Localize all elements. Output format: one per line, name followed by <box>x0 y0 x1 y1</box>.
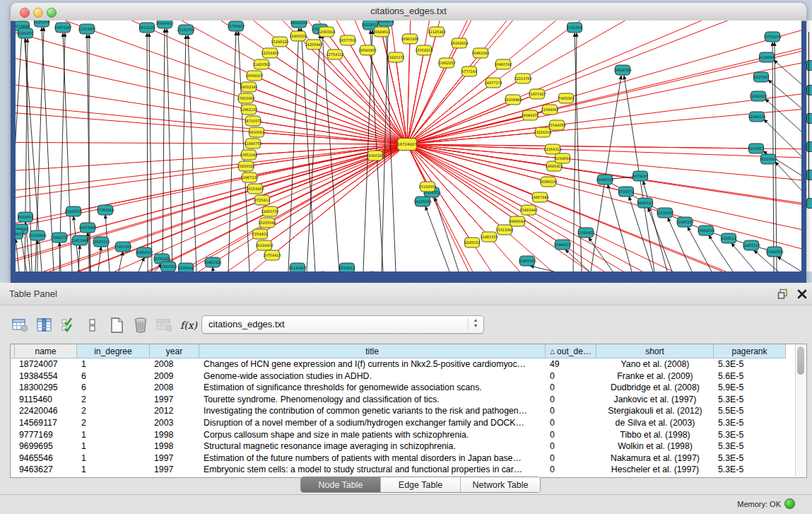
deselect-rows-icon[interactable] <box>82 315 103 335</box>
graph-node[interactable]: 12750417 <box>227 21 245 31</box>
graph-node[interactable]: 13942737 <box>50 233 68 243</box>
graph-node[interactable]: 14002341 <box>240 82 257 92</box>
graph-node[interactable]: 21660522 <box>159 262 177 271</box>
graph-node[interactable]: 14957944 <box>531 192 548 202</box>
graph-node[interactable]: 8130274 <box>378 21 394 26</box>
cell-name[interactable]: 9777169 <box>15 429 77 441</box>
column-header-in_degree[interactable]: in_degree <box>77 344 150 358</box>
cell-title[interactable]: Disruption of a novel member of a sodium… <box>199 417 546 429</box>
column-header-short[interactable]: short <box>596 344 714 358</box>
cell-name[interactable]: 9465546 <box>15 452 77 465</box>
cell-out_degree[interactable]: 49 <box>546 358 596 370</box>
graph-node[interactable]: 18724007 <box>397 139 417 151</box>
column-header-pagerank[interactable]: pagerank <box>714 344 786 358</box>
graph-node[interactable]: 10460325 <box>204 257 221 267</box>
graph-node[interactable]: 9245033 <box>464 238 480 247</box>
graph-node[interactable]: 16648784 <box>613 65 631 75</box>
cell-pagerank[interactable]: 5.6E-5 <box>714 370 786 382</box>
graph-node[interactable]: 12213769 <box>514 74 531 83</box>
table-row[interactable]: 969969511998Structural magnetic resonanc… <box>11 440 795 452</box>
graph-node[interactable]: 12164312 <box>543 144 561 154</box>
graph-node[interactable]: 18540903 <box>358 45 376 55</box>
cell-year[interactable]: 2008 <box>150 382 199 394</box>
cell-pagerank[interactable]: 5.3E-5 <box>714 440 786 452</box>
graph-node[interactable]: 20206536 <box>64 206 82 216</box>
cell-name[interactable]: 18724007 <box>15 358 77 370</box>
graph-node[interactable]: 16961936 <box>401 34 418 44</box>
cell-pagerank[interactable]: 5.3E-5 <box>714 358 786 370</box>
cell-short[interactable]: Stergiakouli et al. (2012) <box>596 405 714 417</box>
cell-name[interactable]: 9699695 <box>15 440 77 452</box>
graph-node[interactable]: 7254402 <box>252 229 268 239</box>
cell-name[interactable]: 18300295 <box>15 382 77 394</box>
graph-node[interactable]: 9245012 <box>721 233 736 243</box>
tab-node-table[interactable]: Node Table <box>301 477 381 492</box>
cell-short[interactable]: de Silva et al. (2003) <box>596 417 714 429</box>
cell-name[interactable]: 19384554 <box>15 370 77 382</box>
graph-node[interactable]: 8650051 <box>18 212 33 222</box>
cell-out_degree[interactable]: 0 <box>546 370 596 382</box>
graph-node[interactable]: 22060814 <box>317 27 335 37</box>
column-header-out_degree[interactable]: △out_de… <box>546 344 596 358</box>
graph-node[interactable]: 10653287 <box>54 23 71 33</box>
cell-year[interactable]: 2008 <box>150 358 199 370</box>
graph-node[interactable]: 11156809 <box>28 230 46 240</box>
cell-pagerank[interactable]: 5.3E-5 <box>714 452 786 465</box>
graph-node[interactable]: 12093822 <box>749 91 767 101</box>
graph-node[interactable]: 12154408 <box>261 48 278 58</box>
graph-node[interactable]: 9154694 <box>555 153 570 163</box>
graph-node[interactable]: 12406231 <box>289 31 307 41</box>
cell-year[interactable]: 1997 <box>150 452 199 465</box>
cell-out_degree[interactable]: 0 <box>546 417 596 429</box>
graph-node[interactable]: 11451944 <box>71 235 88 245</box>
graph-node[interactable]: 16154433 <box>246 184 264 194</box>
graph-node[interactable]: 15830022 <box>237 161 254 171</box>
cell-out_degree[interactable]: 0 <box>546 452 596 465</box>
graph-node[interactable]: 11420562 <box>252 59 270 69</box>
graph-node[interactable]: 18300295 <box>366 151 384 160</box>
graph-node[interactable]: 9554013 <box>339 263 355 271</box>
graph-node[interactable]: 14977174 <box>484 78 502 88</box>
graph-node[interactable]: 9846321 <box>637 198 653 208</box>
column-header-title[interactable]: title <box>199 344 546 358</box>
graph-node[interactable]: 9129966 <box>759 52 775 62</box>
graph-node[interactable]: 10444532 <box>596 175 613 185</box>
graph-node[interactable]: 15134553 <box>418 182 436 192</box>
graph-node[interactable]: 9725412 <box>254 195 270 205</box>
graph-node[interactable]: 10460742 <box>494 59 512 69</box>
graph-node[interactable]: 10944117 <box>553 240 571 250</box>
graph-node[interactable]: 14710572 <box>244 116 261 126</box>
graph-node[interactable]: 8125294 <box>34 21 49 27</box>
cell-pagerank[interactable]: 5.9E-5 <box>714 382 786 394</box>
graph-node[interactable]: 10132450 <box>656 208 673 218</box>
graph-node[interactable]: 15248120 <box>271 37 288 47</box>
cell-title[interactable]: Investigating the contribution of common… <box>199 405 546 417</box>
cell-in_degree[interactable]: 1 <box>77 429 150 441</box>
graph-node[interactable]: 8215953 <box>748 144 764 153</box>
graph-node[interactable]: 15493440 <box>519 205 537 215</box>
graph-node[interactable]: 16099107 <box>245 71 263 81</box>
graph-node[interactable]: 8791972 <box>618 187 634 197</box>
cell-in_degree[interactable]: 6 <box>77 370 150 382</box>
graph-node[interactable]: 11544062 <box>541 105 558 115</box>
column-header-year[interactable]: year <box>150 344 199 358</box>
cell-out_degree[interactable]: 0 <box>546 394 596 406</box>
graph-node[interactable]: 10958107 <box>135 247 153 257</box>
graph-node[interactable]: 11662257 <box>437 58 455 68</box>
graph-node[interactable]: 9246350 <box>18 28 33 38</box>
memory-status-icon[interactable] <box>784 498 795 509</box>
network-canvas[interactable]: 9119846812529410653287924635011313970961… <box>16 21 801 271</box>
cell-name[interactable]: 9463627 <box>15 464 77 476</box>
graph-node[interactable]: 9613129 <box>139 23 155 33</box>
graph-node[interactable]: 12962135 <box>240 105 257 115</box>
graph-node[interactable]: 11607427 <box>528 89 546 99</box>
table-row[interactable]: 1830029562008Estimation of significance … <box>11 382 795 394</box>
new-column-icon[interactable] <box>106 315 127 335</box>
graph-node[interactable]: 14200447 <box>305 40 322 49</box>
graph-node[interactable]: 11084425 <box>577 228 594 238</box>
graph-node[interactable]: 12444138 <box>748 112 765 122</box>
graph-node[interactable]: 8131304 <box>567 23 582 33</box>
graph-node[interactable]: 10244508 <box>765 247 783 257</box>
cell-short[interactable]: Franke et al. (2009) <box>596 370 714 382</box>
table-select[interactable]: citations_edges.txt ▲▼ <box>201 315 484 334</box>
